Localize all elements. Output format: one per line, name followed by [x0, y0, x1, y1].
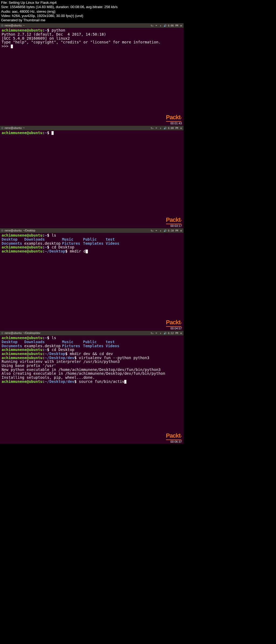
help-line: Type "help", "copyright", "credits" or "…	[2, 40, 161, 44]
chevron-right-icon: ›	[180, 321, 181, 325]
timestamp: 00:06:37	[170, 440, 182, 443]
file-metadata: File: Setting Up Linux for Flask.mp4 Siz…	[0, 0, 276, 23]
network-icon[interactable]: ↕	[159, 24, 162, 27]
packt-logo: Packt›	[166, 432, 181, 440]
keyboard-icon[interactable]: ⌨	[155, 127, 158, 130]
command-ls: ls	[49, 336, 56, 340]
meta-video-line: Video: h264, yuv420p, 1920x1080, 30.00 f…	[1, 14, 275, 18]
command	[49, 131, 51, 135]
keyboard-icon[interactable]: ⌨	[155, 229, 158, 232]
system-tray: t↓ ⌨ ↕ 🔊 6:12 PM ⚙	[151, 332, 182, 335]
ls-file: examples.desktop	[24, 344, 62, 348]
venv-running-line: Running virtualenv with interpreter /usr…	[2, 359, 120, 364]
meta-file-line: File: Setting Up Linux for Flask.mp4	[1, 1, 275, 5]
ls-dir: Public	[83, 237, 106, 241]
chevron-right-icon: ›	[180, 218, 181, 222]
command-source: source fun/bin/activ	[77, 379, 124, 384]
gcc-line: [GCC 5.4.0 20160609] on linux2	[2, 36, 70, 40]
ls-dir: Music	[62, 237, 83, 241]
lang-indicator-icon[interactable]: t↓	[151, 229, 153, 232]
packt-logo: Packt›	[166, 216, 181, 224]
cursor-icon	[86, 250, 88, 253]
ls-dir: Templates	[83, 344, 106, 348]
timestamp: 00:03:17	[170, 224, 182, 227]
titlebar: nene@ubuntu: ~ t↓ ⌨ ↕ 🔊 6:06 PM ⚙	[0, 23, 184, 28]
sound-icon[interactable]: 🔊	[164, 229, 166, 232]
ls-dir: Desktop	[2, 237, 24, 241]
meta-audio-line: Audio: aac, 48000 Hz, stereo (eng)	[1, 9, 275, 14]
gear-icon[interactable]: ⚙	[180, 127, 182, 130]
lang-indicator-icon[interactable]: t↓	[151, 332, 153, 335]
command-mkdir-cd: mkdir dev && cd dev	[67, 352, 113, 356]
chevron-right-icon: ›	[180, 115, 181, 120]
titlebar: nene@ubuntu: ~/Desktop/dev t↓ ⌨ ↕ 🔊 6:12…	[0, 331, 184, 335]
command-virtualenv: virtualenv fun --python python3	[77, 356, 149, 360]
window-title: nene@ubuntu: ~	[5, 127, 25, 130]
ls-dir: Downloads	[24, 237, 62, 241]
system-tray: t↓ ⌨ ↕ 🔊 6:08 PM ⚙	[151, 127, 182, 130]
clock[interactable]: 6:12 PM	[168, 332, 178, 335]
network-icon[interactable]: ↕	[159, 332, 162, 335]
keyboard-icon[interactable]: ⌨	[155, 332, 158, 335]
ls-dir: Pictures	[62, 344, 83, 348]
network-icon[interactable]: ↕	[159, 127, 162, 130]
window-title: nene@ubuntu: ~/Desktop	[5, 229, 35, 232]
ls-dir: Documents	[2, 344, 24, 348]
prompt-user: achimmunene@ubuntu	[2, 131, 43, 135]
window-control-icon[interactable]	[1, 332, 4, 334]
prompt-sep: :	[43, 28, 45, 32]
ls-dir: Videos	[106, 241, 122, 246]
window-control-icon[interactable]	[1, 229, 4, 232]
network-icon[interactable]: ↕	[159, 229, 162, 232]
prompt-user: achimmunene@ubuntu	[2, 233, 43, 237]
window-title: nene@ubuntu: ~/Desktop/dev	[5, 332, 40, 335]
venv-newexec-line: New python executable in /home/achimmune…	[2, 367, 161, 372]
packt-logo: Packt›	[166, 114, 181, 122]
command-cd: cd Desktop	[49, 347, 74, 352]
prompt-path: ~	[45, 28, 47, 32]
clock[interactable]: 6:10 PM	[168, 229, 178, 232]
ls-dir: Videos	[106, 344, 122, 348]
sound-icon[interactable]: 🔊	[164, 24, 166, 27]
gear-icon[interactable]: ⚙	[180, 229, 182, 232]
terminal-panel-2: nene@ubuntu: ~ t↓ ⌨ ↕ 🔊 6:08 PM ⚙ achimm…	[0, 125, 184, 228]
timestamp: 00:01:43	[170, 122, 182, 125]
clock[interactable]: 6:08 PM	[168, 127, 178, 130]
sound-icon[interactable]: 🔊	[164, 332, 166, 335]
command-ls: ls	[49, 233, 56, 237]
keyboard-icon[interactable]: ⌨	[155, 24, 158, 27]
ls-dir: Desktop	[2, 340, 24, 344]
command-mkdir: mkdir d	[67, 249, 85, 253]
terminal-output[interactable]: achimmunene@ubuntu:~$ ls DesktopDownload…	[0, 335, 184, 384]
clock[interactable]: 6:06 PM	[168, 24, 178, 27]
venv-alsoexec-line: Also creating executable in /home/achimm…	[2, 371, 165, 376]
ls-dir: Documents	[2, 241, 24, 246]
venv-install-line: Installing setuptools, pip, wheel...done…	[2, 375, 95, 380]
meta-size-line: Size: 15546858 bytes (14.83 MiB), durati…	[1, 5, 275, 9]
terminal-output[interactable]: achimmunene@ubuntu:~$ ls DesktopDownload…	[0, 233, 184, 254]
ls-dir: Pictures	[62, 241, 83, 246]
venv-baseprefix-line: Using base prefix '/usr'	[2, 363, 56, 368]
ls-dir: test	[106, 237, 122, 241]
window-control-icon[interactable]	[1, 24, 4, 27]
terminal-output[interactable]: achimmunene@ubuntu:~$	[0, 130, 184, 135]
terminal-panel-3: nene@ubuntu: ~/Desktop t↓ ⌨ ↕ 🔊 6:10 PM …	[0, 228, 184, 330]
terminal-output[interactable]: achimmunene@ubuntu:~$ python Python 2.7.…	[0, 28, 184, 49]
system-tray: t↓ ⌨ ↕ 🔊 6:06 PM ⚙	[151, 24, 182, 27]
prompt-path: ~	[45, 233, 47, 237]
lang-indicator-icon[interactable]: t↓	[151, 24, 153, 27]
window-control-icon[interactable]	[1, 127, 4, 129]
chevron-right-icon: ›	[180, 434, 181, 438]
repl-prompt: >>>	[2, 44, 11, 48]
gear-icon[interactable]: ⚙	[180, 24, 182, 27]
system-tray: t↓ ⌨ ↕ 🔊 6:10 PM ⚙	[151, 229, 182, 232]
gear-icon[interactable]: ⚙	[180, 332, 182, 335]
timestamp: 00:04:57	[170, 327, 182, 330]
cursor-icon	[51, 131, 54, 135]
cursor-icon	[124, 380, 126, 384]
lang-indicator-icon[interactable]: t↓	[151, 127, 153, 130]
ls-dir: Public	[83, 340, 106, 344]
titlebar: nene@ubuntu: ~/Desktop t↓ ⌨ ↕ 🔊 6:10 PM …	[0, 228, 184, 233]
cursor-icon	[11, 45, 13, 48]
sound-icon[interactable]: 🔊	[164, 127, 166, 130]
